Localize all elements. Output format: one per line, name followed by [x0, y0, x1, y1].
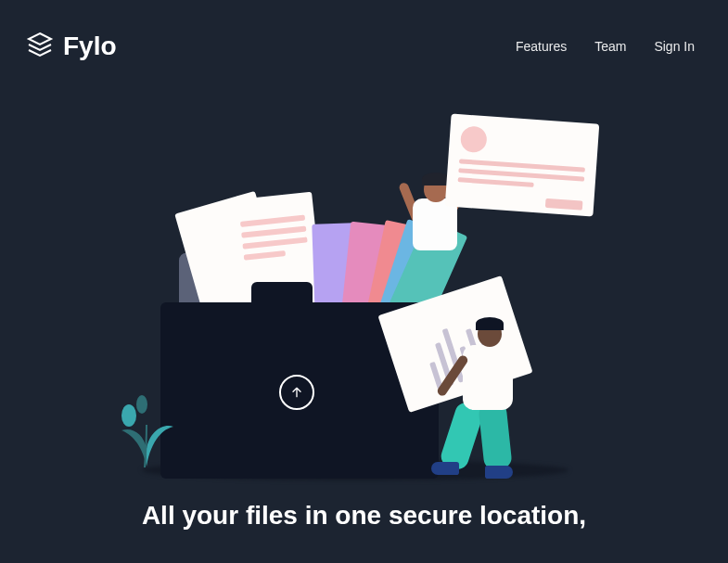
hero-section: All your files in one secure location, [0, 98, 728, 533]
nav-link-features[interactable]: Features [516, 39, 567, 54]
profile-card [444, 114, 599, 217]
brand-name: Fylo [63, 32, 117, 61]
layers-icon [26, 32, 54, 61]
plant-decoration [114, 388, 179, 471]
hero-illustration [114, 98, 615, 488]
primary-nav: Features Team Sign In [516, 39, 695, 54]
nav-link-signin[interactable]: Sign In [654, 39, 695, 54]
brand-logo[interactable]: Fylo [26, 32, 117, 61]
hero-title: All your files in one secure location, [142, 497, 586, 533]
person-bottom [420, 293, 541, 488]
nav-link-team[interactable]: Team [594, 39, 626, 54]
site-header: Fylo Features Team Sign In [0, 0, 728, 61]
avatar-icon [459, 125, 487, 153]
card-button [544, 198, 582, 211]
upload-arrow-icon [289, 385, 304, 400]
svg-point-0 [121, 404, 136, 427]
folder-tab [251, 282, 313, 304]
svg-point-1 [136, 395, 147, 414]
upload-button-icon [279, 375, 314, 410]
